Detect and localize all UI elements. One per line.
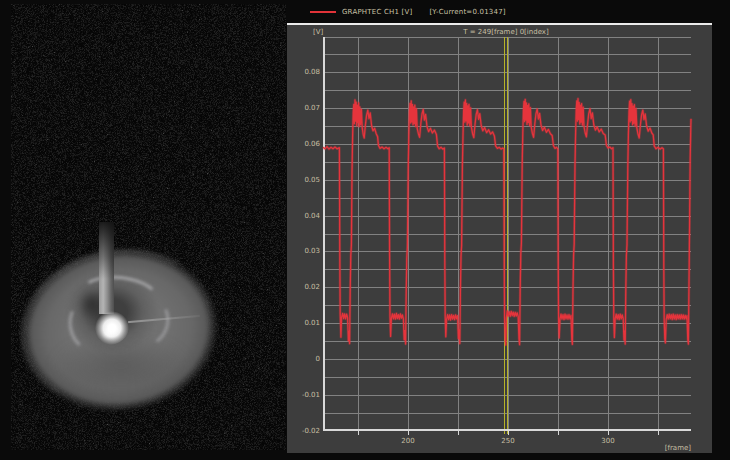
y-tick-label: 0 [287,355,320,363]
chart-panel: [V] T = 249[frame] 0[index] [frame] 2002… [287,23,712,453]
y-tick-label: 0.06 [287,140,320,148]
x-tick-label: 200 [401,437,414,445]
xray-image-panel [11,4,286,450]
y-tick-label: 0.01 [287,319,320,327]
x-tick-label: 300 [601,437,614,445]
y-current-readout: [Y-Current=0.01347] [429,8,505,16]
y-tick-label: 0.02 [287,283,320,291]
app-window: GRAPHTEC CH1 [V] [Y-Current=0.01347] [V]… [0,0,730,460]
y-tick-label: -0.01 [287,391,320,399]
y-tick-label: -0.02 [287,427,320,435]
x-tick-label: 250 [501,437,514,445]
y-tick-label: 0.05 [287,176,320,184]
axis-tick-marks [358,431,658,435]
electrode-wire [99,222,114,314]
y-axis-unit-label: [V] [313,28,323,36]
legend-label: GRAPHTEC CH1 [V] [342,8,412,16]
legend-line-swatch [310,11,336,13]
legend-item-ch1[interactable]: GRAPHTEC CH1 [V] [310,8,412,16]
x-axis-unit-label: [frame] [651,444,691,452]
y-tick-label: 0.08 [287,68,320,76]
y-tick-label: 0.07 [287,104,320,112]
y-tick-label: 0.04 [287,212,320,220]
waveform-plot[interactable] [323,37,691,431]
cursor-position-readout: T = 249[frame] 0[index] [426,28,586,36]
y-tick-label: 0.03 [287,247,320,255]
chart-legend-bar: GRAPHTEC CH1 [V] [Y-Current=0.01347] [287,0,712,23]
